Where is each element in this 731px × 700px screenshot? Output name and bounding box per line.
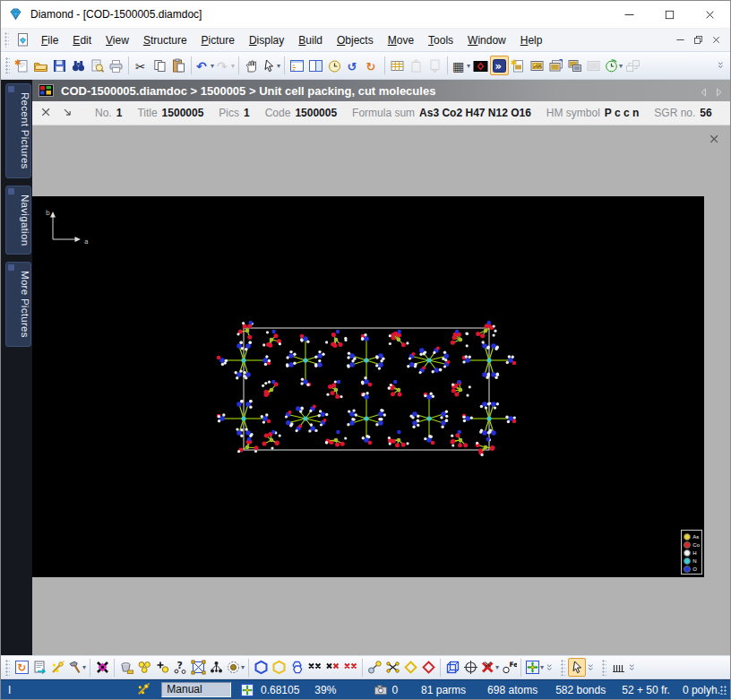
document-restore-button[interactable] (689, 32, 707, 48)
create-contacts-button[interactable] (270, 658, 288, 677)
coordination-sphere-button[interactable]: ▾ (225, 658, 245, 677)
navigation-pane-button[interactable] (288, 56, 306, 75)
contact-tool-button[interactable] (383, 658, 401, 677)
select-mode-button[interactable]: ▾ (261, 56, 281, 75)
dropdown-arrow-icon[interactable]: ▾ (495, 663, 499, 671)
dropdown-arrow-icon[interactable]: ▾ (619, 62, 623, 70)
dropdown-arrow-icon[interactable]: ▾ (277, 62, 280, 70)
expand-info-icon[interactable] (62, 107, 75, 120)
dropdown-arrow-icon[interactable]: ▾ (540, 663, 544, 671)
promote-item-button[interactable] (407, 56, 426, 75)
measure-tool-button[interactable] (609, 658, 627, 677)
menu-tools[interactable]: Tools (421, 31, 460, 49)
menu-grip[interactable] (4, 32, 9, 48)
resize-grip[interactable] (720, 686, 727, 695)
bond-tool-button[interactable] (366, 658, 383, 677)
previous-picture-button[interactable] (699, 85, 710, 97)
overlay-picture-button[interactable] (565, 56, 584, 75)
sidebar-tab-navigation[interactable]: Navigation (5, 186, 31, 255)
delete-atoms-button[interactable]: ▾ (479, 658, 500, 677)
toolbar-overflow-button[interactable] (716, 56, 727, 74)
close-info-icon[interactable] (40, 107, 54, 120)
menu-view[interactable]: View (99, 31, 136, 49)
pointer-tool-button[interactable] (568, 658, 586, 677)
close-picture-button[interactable] (709, 133, 720, 144)
complete-fragments-button[interactable]: ? (171, 658, 189, 677)
menu-build[interactable]: Build (291, 31, 330, 49)
toolbar-overflow-button[interactable] (586, 659, 598, 677)
structure-report-button[interactable] (30, 658, 48, 677)
print-preview-button[interactable] (88, 56, 107, 75)
toolbar-grip[interactable] (561, 660, 565, 676)
destroy-bonds-button[interactable] (305, 658, 323, 677)
minimize-button[interactable] (609, 1, 649, 28)
fill-unit-cell-button[interactable] (189, 658, 207, 677)
duplicate-picture-button[interactable] (546, 56, 565, 75)
sidebar-tab-more-pictures[interactable]: More Pictures (5, 262, 31, 347)
structure-wizard-button[interactable] (48, 658, 66, 677)
save-document-button[interactable] (50, 56, 69, 75)
menu-move[interactable]: Move (381, 31, 421, 49)
find-rings-button[interactable] (288, 658, 305, 677)
picture-layout-button[interactable] (584, 56, 603, 75)
menu-edit[interactable]: Edit (65, 31, 99, 49)
demote-item-button[interactable] (426, 56, 444, 75)
refresh-view-button[interactable]: ↻ (363, 56, 382, 75)
print-button[interactable] (107, 56, 125, 75)
toolbar-grip[interactable] (602, 660, 606, 676)
picture-folder-button[interactable] (471, 56, 490, 75)
swap-picture-button[interactable] (624, 56, 642, 75)
destroy-all-button[interactable] (93, 658, 111, 677)
dropdown-arrow-icon[interactable]: ▾ (82, 663, 86, 671)
destroy-contacts-button[interactable] (323, 658, 341, 677)
next-picture-button[interactable] (713, 85, 725, 97)
add-atom-button[interactable] (153, 658, 171, 677)
menu-window[interactable]: Window (460, 31, 513, 49)
polyhedra-destroy-button[interactable] (419, 658, 437, 677)
structure-canvas[interactable]: b a AsCoHNO (32, 196, 704, 577)
close-button[interactable] (690, 1, 730, 28)
mode-indicator[interactable]: Manual (161, 682, 231, 697)
undo-button[interactable]: ↶▾ (194, 56, 215, 75)
dropdown-arrow-icon[interactable]: ▾ (241, 663, 245, 671)
undo-view-button[interactable]: ↺ (344, 56, 363, 75)
atom-symbols-button[interactable]: Fe (500, 658, 518, 677)
new-picture-button[interactable]: ✱ (509, 56, 528, 75)
dropdown-arrow-icon[interactable]: ▾ (231, 62, 235, 70)
menu-structure[interactable]: Structure (136, 31, 194, 49)
history-pane-button[interactable] (325, 56, 344, 75)
redo-button[interactable]: ↷▾ (215, 56, 236, 75)
unit-cell-edges-button[interactable] (443, 658, 461, 677)
dropdown-arrow-icon[interactable]: ▾ (467, 62, 470, 70)
menu-objects[interactable]: Objects (330, 31, 381, 49)
cut-button[interactable]: ✂ (132, 56, 150, 75)
open-document-button[interactable] (31, 56, 50, 75)
menu-file[interactable]: File (34, 31, 65, 49)
fill-cell-button[interactable] (117, 658, 135, 677)
tile-pictures-button[interactable]: ▦▾ (451, 56, 471, 75)
rebuild-button[interactable]: ▾ (66, 658, 87, 677)
destroy-all-bonds-button[interactable] (341, 658, 359, 677)
atom-sphere-button[interactable] (461, 658, 479, 677)
menu-picture[interactable]: Picture (194, 31, 242, 49)
pan-mode-button[interactable] (242, 56, 261, 75)
paste-button[interactable] (169, 56, 188, 75)
create-bonds-button[interactable] (252, 658, 270, 677)
find-button[interactable] (69, 56, 88, 75)
document-minimize-button[interactable] (671, 32, 689, 48)
update-structure-button[interactable]: ↻ (13, 658, 30, 677)
dropdown-arrow-icon[interactable]: ▾ (211, 62, 214, 70)
properties-pane-button[interactable] (306, 56, 325, 75)
new-table-button[interactable] (388, 56, 407, 75)
toolbar-overflow-button[interactable] (545, 659, 556, 677)
expand-picture-bar-button[interactable]: » (490, 56, 509, 75)
menu-display[interactable]: Display (242, 31, 291, 49)
toolbar-grip[interactable] (5, 660, 10, 676)
document-close-button[interactable] (707, 32, 725, 48)
sidebar-tab-recent-pictures[interactable]: Recent Pictures (5, 83, 31, 178)
toolbar-overflow-button[interactable] (627, 659, 639, 677)
maximize-button[interactable] (649, 1, 690, 28)
new-document-button[interactable]: ✱ (13, 56, 31, 75)
toolbar-grip[interactable] (5, 57, 10, 73)
add-all-atoms-button[interactable] (135, 658, 153, 677)
